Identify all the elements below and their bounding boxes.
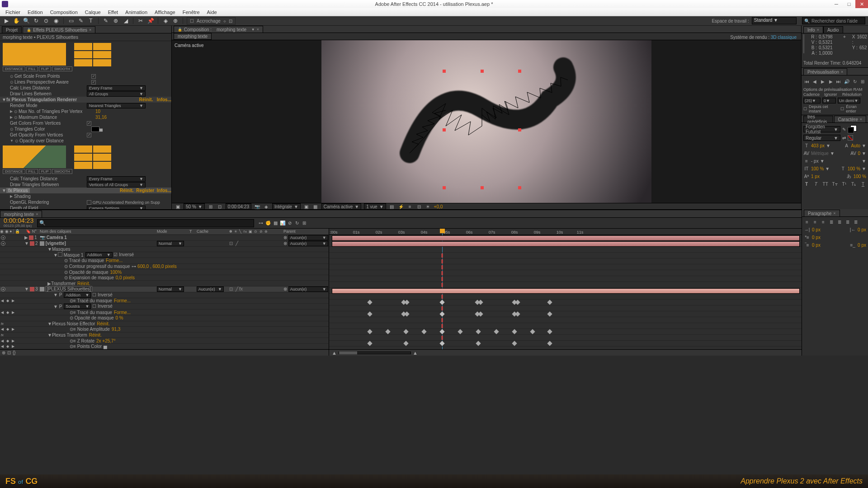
- exposure-icon[interactable]: ☀: [425, 203, 431, 210]
- flowchart-icon[interactable]: ⊟: [416, 203, 422, 210]
- dropdown[interactable]: Camera Settings▼: [87, 206, 146, 210]
- align-center-icon[interactable]: ≡: [812, 219, 818, 225]
- vscale[interactable]: 100 %: [811, 166, 824, 171]
- layer-handle[interactable]: [443, 186, 446, 189]
- menu-fenetre[interactable]: Fenêtre: [179, 9, 203, 15]
- timeline-tab[interactable]: morphing texte×: [0, 211, 42, 217]
- font-style-select[interactable]: Regular▼: [803, 135, 840, 141]
- res-select[interactable]: Un demi▼: [838, 98, 860, 103]
- tab-info[interactable]: Info×: [803, 26, 823, 33]
- close-button[interactable]: ✕: [855, 0, 868, 8]
- fps-select[interactable]: (25)▼: [803, 98, 821, 103]
- add-kf-icon[interactable]: ◆: [5, 299, 10, 303]
- comp-minitab[interactable]: morphing texte: [174, 33, 212, 40]
- zoom-in-icon[interactable]: ▲: [413, 350, 418, 356]
- menu-animation[interactable]: Animation: [122, 9, 151, 15]
- play-icon[interactable]: ▶: [819, 78, 826, 84]
- underline-icon[interactable]: T: [860, 181, 866, 187]
- mask-mode[interactable]: Addition▼: [85, 252, 113, 258]
- layer-bar[interactable]: [332, 241, 800, 247]
- parent-select[interactable]: Aucun(e)▼: [288, 286, 328, 292]
- eye-icon[interactable]: ●: [1, 287, 5, 291]
- close-tab-icon[interactable]: ×: [257, 27, 259, 32]
- pan-behind-tool-icon[interactable]: ◉: [52, 17, 60, 24]
- color-swatches[interactable]: [848, 125, 857, 133]
- dropdown[interactable]: Vertices of All Groups▼: [87, 182, 146, 188]
- selection-tool-icon[interactable]: ▶: [3, 17, 10, 24]
- layer-handle[interactable]: [481, 70, 484, 73]
- tl-tool-icon[interactable]: ⊘: [287, 220, 293, 226]
- snapshot-icon[interactable]: 📷: [254, 203, 260, 210]
- brush-tool-icon[interactable]: ✎: [102, 17, 109, 24]
- color-swatch[interactable]: [91, 127, 99, 132]
- help-search-input[interactable]: 🔍Rechercher dans l'aide: [802, 17, 865, 24]
- layer-handle[interactable]: [518, 186, 521, 189]
- justify-all-icon[interactable]: ≣: [853, 219, 859, 225]
- allcaps-icon[interactable]: TT: [822, 181, 829, 187]
- menu-fichier[interactable]: Fichier: [2, 9, 24, 15]
- hand-tool-icon[interactable]: ✋: [13, 17, 20, 24]
- maximize-button[interactable]: □: [843, 0, 855, 8]
- menu-affichage[interactable]: Affichage: [151, 9, 179, 15]
- tracking[interactable]: 0: [858, 151, 861, 156]
- shape-tool-icon[interactable]: ▭: [67, 17, 75, 24]
- search-tool-icon[interactable]: ⊕: [172, 17, 179, 24]
- time-display[interactable]: 0:00:04:23: [226, 203, 251, 210]
- tl-tool-icon[interactable]: ⊶: [258, 220, 264, 226]
- swap-colors-icon[interactable]: ⇄: [842, 136, 846, 141]
- pen-tool-icon[interactable]: ✎: [77, 17, 85, 24]
- loop-icon[interactable]: ↻: [851, 78, 859, 84]
- workspace-select[interactable]: Standard ▼: [752, 17, 797, 24]
- prev-kf-icon[interactable]: ◀: [0, 299, 5, 303]
- parent-select[interactable]: Aucun(e)▼: [288, 235, 328, 240]
- tab-effects[interactable]: 🔒Effets PLEXUS Silhouettes×: [23, 26, 95, 33]
- opacity-distance-graph[interactable]: DISTANCEFILLFLIPSMOOTH: [0, 144, 171, 176]
- no-fill-icon[interactable]: [848, 135, 853, 141]
- type-tool-icon[interactable]: T: [87, 17, 94, 24]
- view-select[interactable]: Caméra active ▼: [321, 203, 361, 210]
- tl-tool-icon[interactable]: 📊: [279, 220, 286, 226]
- zoom-tool-icon[interactable]: 🔍: [23, 17, 30, 24]
- eye-icon[interactable]: ●: [1, 235, 5, 240]
- layer-row-camera[interactable]: ● ▶1 📷 Caméra 1 ⊗ Aucun(e)▼: [0, 235, 329, 241]
- ram-icon[interactable]: ⊞: [859, 78, 866, 84]
- views-select[interactable]: 1 vue ▼: [364, 203, 386, 210]
- pickwhip-icon[interactable]: ⊗: [283, 235, 287, 240]
- bold-icon[interactable]: T: [803, 181, 810, 187]
- render-sys-link[interactable]: 3D classique: [771, 35, 797, 40]
- puppet-tool-icon[interactable]: 📌: [147, 17, 154, 24]
- leading[interactable]: Auto: [851, 143, 861, 148]
- menu-composition[interactable]: Composition: [47, 9, 81, 15]
- fx-header-plexus[interactable]: ▼fx PlexusRéinit. Register Infos...: [0, 188, 171, 193]
- transparency-icon[interactable]: ▦: [312, 203, 319, 210]
- tl-tool-icon[interactable]: ✊: [265, 220, 271, 226]
- grid-icon[interactable]: ⊡: [217, 203, 223, 210]
- roi-icon[interactable]: ▣: [303, 203, 310, 210]
- close-tab-icon[interactable]: ×: [89, 28, 91, 32]
- align-left-icon[interactable]: ≡: [804, 219, 810, 225]
- pixel-aspect-icon[interactable]: ▤: [389, 203, 395, 210]
- kerning[interactable]: Métrique: [811, 151, 829, 156]
- font-select[interactable]: Forgotten Futurist▼: [803, 126, 840, 132]
- stamp-tool-icon[interactable]: ⊛: [112, 17, 119, 24]
- menu-effet[interactable]: Effet: [104, 9, 122, 15]
- eyedropper-icon[interactable]: ✎: [842, 127, 846, 132]
- blend-mode-select[interactable]: Normal▼: [157, 286, 184, 292]
- dropdown[interactable]: Every Frame▼: [87, 85, 146, 91]
- justify-center-icon[interactable]: ≣: [836, 219, 843, 225]
- font-size[interactable]: 403 px: [811, 143, 825, 148]
- tab-audio[interactable]: Audio: [823, 26, 843, 33]
- justify-right-icon[interactable]: ≣: [844, 219, 851, 225]
- checkbox[interactable]: ✓: [87, 133, 91, 137]
- tl-tool-icon[interactable]: ⊞: [301, 220, 307, 226]
- parent-select[interactable]: Aucun(e)▼: [288, 241, 328, 246]
- tl-tool-icon[interactable]: ▦: [272, 220, 278, 226]
- tl-tool-icon[interactable]: ↻: [294, 220, 300, 226]
- tab-presets[interactable]: tres prédéfinis: [803, 116, 833, 122]
- tl-foot-icon[interactable]: ⊗: [2, 350, 5, 355]
- mask-mode[interactable]: Soustra▼: [64, 304, 91, 309]
- checkbox[interactable]: ✓: [91, 80, 96, 84]
- justify-left-icon[interactable]: ≣: [828, 219, 835, 225]
- layer-handle[interactable]: [481, 186, 484, 189]
- timecode[interactable]: 0:00:04:2300123 (25,00 ips): [0, 218, 37, 228]
